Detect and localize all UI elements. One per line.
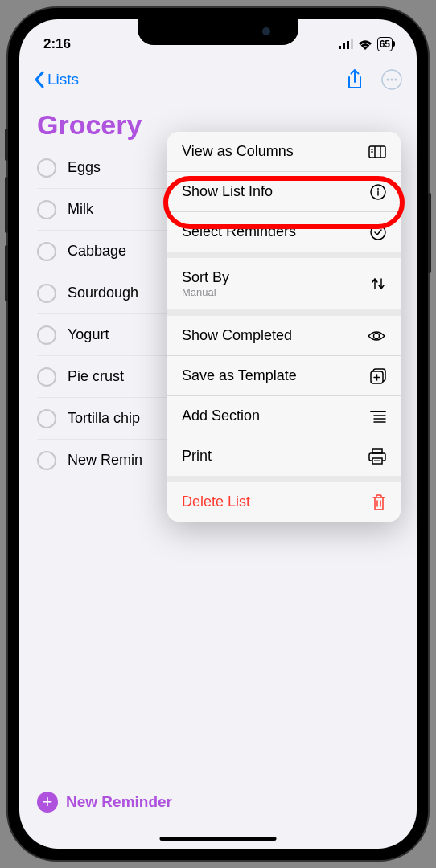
reminder-text: Sourdough [68,285,138,301]
screen: 2:16 65 Lists Grocery Eggs Milk Cabbage … [19,19,417,849]
checkbox-circle[interactable] [37,158,56,178]
svg-rect-1 [343,43,345,49]
svg-point-7 [395,79,397,81]
chevron-left-icon [34,71,44,88]
svg-rect-0 [339,46,341,49]
checkbox-circle[interactable] [37,326,56,345]
menu-label: Delete List [182,493,250,510]
menu-label: Show List Info [182,183,273,200]
reminder-text: New Remin [68,452,142,469]
checkbox-circle[interactable] [37,409,56,428]
eye-icon [367,330,386,342]
reminder-text: Milk [68,201,93,218]
home-indicator[interactable] [160,837,277,841]
reminder-text: Eggs [68,159,101,176]
svg-point-16 [371,225,385,240]
battery-icon: 65 [377,37,393,51]
reminder-text: Yogurt [68,326,109,343]
svg-point-6 [391,79,393,81]
menu-select-reminders[interactable]: Select Reminders [167,212,401,258]
menu-show-completed[interactable]: Show Completed [167,316,401,356]
checkbox-circle[interactable] [37,451,56,470]
plus-square-icon [370,368,386,384]
back-button[interactable]: Lists [34,71,79,88]
phone-frame: 2:16 65 Lists Grocery Eggs Milk Cabbage … [8,8,428,860]
menu-label: Select Reminders [182,223,296,240]
svg-rect-2 [347,41,349,49]
share-icon[interactable] [346,68,364,91]
more-icon[interactable] [381,69,402,90]
checkmark-circle-icon [370,224,386,240]
reminder-text: Tortilla chip [68,410,140,427]
reminder-text: Cabbage [68,243,126,260]
menu-label: View as Columns [182,143,294,160]
info-icon [370,184,386,200]
menu-label: Sort By [182,269,229,286]
menu-delete-list[interactable]: Delete List [167,482,401,522]
svg-rect-3 [351,39,353,49]
menu-label: Show Completed [182,327,292,344]
checkbox-circle[interactable] [37,284,56,303]
checkbox-circle[interactable] [37,200,56,219]
menu-print[interactable]: Print [167,436,401,482]
wifi-icon [358,39,372,50]
menu-label: Print [182,448,212,465]
svg-point-5 [387,79,389,81]
checkbox-circle[interactable] [37,242,56,261]
menu-label: Add Section [182,407,260,424]
sort-arrows-icon [370,276,386,292]
trash-icon [372,494,386,510]
new-reminder-button[interactable]: + New Reminder [37,792,172,813]
columns-icon [368,145,386,158]
menu-view-as-columns[interactable]: View as Columns [167,132,401,172]
menu-sort-by[interactable]: Sort By Manual [167,258,401,316]
menu-save-as-template[interactable]: Save as Template [167,356,401,396]
nav-bar: Lists [19,59,417,100]
menu-add-section[interactable]: Add Section [167,396,401,436]
back-label: Lists [47,71,79,88]
svg-point-14 [377,188,379,190]
menu-show-list-info[interactable]: Show List Info [167,172,401,212]
printer-icon [368,448,386,465]
plus-icon: + [37,792,58,813]
new-reminder-label: New Reminder [66,793,172,811]
svg-point-17 [374,333,380,338]
status-time: 2:16 [43,36,71,52]
reminder-text: Pie crust [68,368,124,385]
menu-label: Save as Template [182,367,297,384]
checkbox-circle[interactable] [37,367,56,387]
notch [138,19,298,45]
list-indent-icon [370,410,386,423]
cellular-icon [339,39,353,49]
context-menu: View as Columns Show List Info Select Re… [167,132,401,522]
menu-sublabel: Manual [182,286,229,298]
